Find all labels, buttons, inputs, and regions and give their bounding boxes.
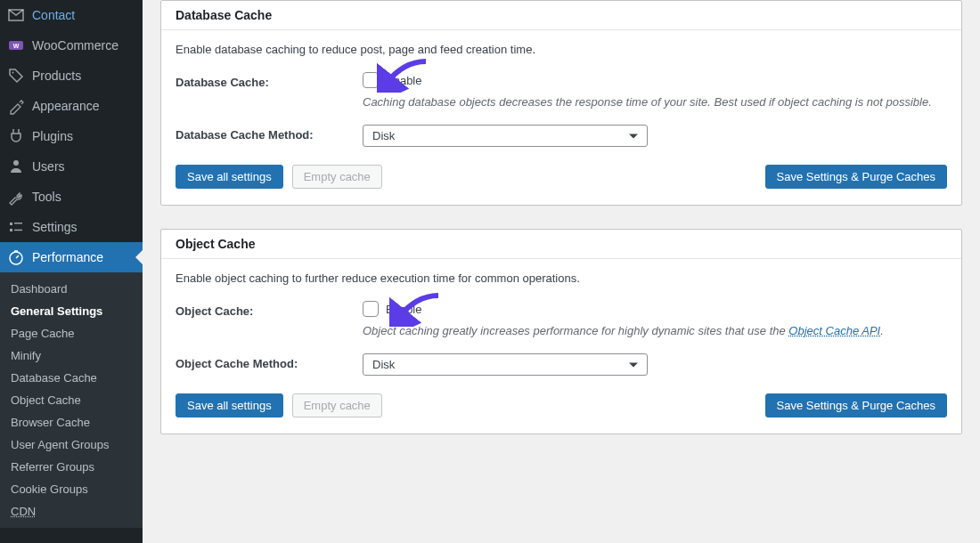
sidebar-item-label: WooCommerce [32, 38, 118, 53]
sidebar-item-label: Settings [32, 220, 78, 234]
empty-cache-button[interactable]: Empty cache [292, 165, 382, 189]
sidebar-sub-item-general-settings[interactable]: General Settings [0, 300, 143, 322]
products-icon [7, 67, 25, 85]
sidebar-sub-item-browser-cache[interactable]: Browser Cache [0, 411, 143, 434]
admin-sidebar: ContactWWooCommerceProductsAppearancePlu… [0, 0, 143, 543]
users-icon [7, 158, 25, 175]
button-row: Save all settingsEmpty cacheSave Setting… [176, 393, 947, 417]
woocommerce-icon: W [7, 36, 25, 54]
section-title: Object Cache [161, 230, 961, 259]
form-row-method: Database Cache Method:Disk [176, 125, 947, 147]
section-body: Enable database caching to reduce post, … [161, 30, 961, 205]
sidebar-sub-item-cookie-groups[interactable]: Cookie Groups [0, 478, 143, 500]
envelope-icon [7, 6, 25, 24]
empty-cache-button[interactable]: Empty cache [292, 393, 382, 417]
svg-rect-6 [10, 229, 12, 231]
form-label: Database Cache: [176, 72, 363, 89]
enable-checkbox[interactable] [363, 72, 379, 88]
svg-point-2 [12, 72, 14, 74]
button-row: Save all settingsEmpty cacheSave Setting… [176, 165, 947, 189]
section-title: Database Cache [161, 1, 961, 30]
sidebar-item-appearance[interactable]: Appearance [0, 91, 143, 121]
sidebar-item-contact[interactable]: Contact [0, 0, 143, 30]
form-row-enable: Object Cache:EnableObject caching greatl… [176, 301, 947, 337]
svg-rect-5 [14, 223, 22, 224]
form-label: Object Cache Method: [176, 353, 363, 370]
svg-rect-4 [10, 223, 12, 225]
settings-section-database-cache: Database CacheEnable database caching to… [160, 0, 962, 206]
settings-icon [7, 218, 25, 236]
cache-method-select[interactable]: Disk [363, 125, 648, 147]
section-body: Enable object caching to further reduce … [161, 259, 961, 434]
sidebar-item-plugins[interactable]: Plugins [0, 121, 143, 151]
sidebar-item-label: Tools [32, 190, 61, 204]
sidebar-sub-item-page-cache[interactable]: Page Cache [0, 322, 143, 344]
form-row-method: Object Cache Method:Disk [176, 353, 947, 376]
sidebar-sub-item-database-cache[interactable]: Database Cache [0, 367, 143, 389]
sidebar-sub-item-object-cache[interactable]: Object Cache [0, 389, 143, 411]
sidebar-item-label: Performance [32, 250, 103, 264]
plugins-icon [7, 127, 25, 145]
appearance-icon [7, 97, 25, 115]
save-all-settings-button[interactable]: Save all settings [176, 165, 283, 189]
field-description: Object caching greatly increases perform… [363, 324, 947, 337]
sidebar-item-tools[interactable]: Tools [0, 182, 143, 212]
sidebar-item-label: Appearance [32, 99, 100, 113]
enable-label: Enable [386, 303, 421, 316]
form-field: EnableCaching database objects decreases… [363, 72, 947, 109]
field-description: Caching database objects decreases the r… [363, 95, 947, 109]
svg-rect-7 [14, 230, 22, 231]
sidebar-item-label: Plugins [32, 129, 73, 143]
section-description: Enable object caching to further reduce … [176, 272, 947, 285]
sidebar-item-products[interactable]: Products [0, 61, 143, 91]
save-purge-button[interactable]: Save Settings & Purge Caches [765, 165, 948, 189]
form-field: EnableObject caching greatly increases p… [363, 301, 947, 337]
sidebar-sub-item-dashboard[interactable]: Dashboard [0, 278, 143, 300]
form-label: Object Cache: [176, 301, 363, 318]
sidebar-item-performance[interactable]: Performance [0, 242, 143, 272]
form-label: Database Cache Method: [176, 125, 363, 142]
sidebar-item-label: Users [32, 159, 65, 174]
sidebar-sub-item-referrer-groups[interactable]: Referrer Groups [0, 456, 143, 478]
sidebar-item-label: Products [32, 69, 81, 83]
tools-icon [7, 188, 25, 206]
svg-text:W: W [13, 43, 20, 49]
cache-method-select[interactable]: Disk [363, 353, 648, 376]
sidebar-item-users[interactable]: Users [0, 151, 143, 182]
sidebar-sub-item-cdn[interactable]: CDN [0, 500, 143, 523]
main-content: Database CacheEnable database caching to… [143, 0, 980, 543]
enable-checkbox[interactable] [363, 301, 379, 317]
form-row-enable: Database Cache:EnableCaching database ob… [176, 72, 947, 109]
sidebar-submenu: DashboardGeneral SettingsPage CacheMinif… [0, 272, 143, 528]
performance-icon [7, 248, 25, 266]
sidebar-item-woocommerce[interactable]: WWooCommerce [0, 30, 143, 61]
sidebar-sub-item-minify[interactable]: Minify [0, 344, 143, 367]
svg-point-3 [13, 160, 19, 166]
save-purge-button[interactable]: Save Settings & Purge Caches [765, 393, 948, 417]
enable-label: Enable [386, 74, 421, 87]
sidebar-item-settings[interactable]: Settings [0, 212, 143, 242]
settings-section-object-cache: Object CacheEnable object caching to fur… [160, 229, 962, 434]
object-cache-api-link[interactable]: Object Cache API [788, 324, 880, 337]
save-all-settings-button[interactable]: Save all settings [176, 393, 283, 417]
sidebar-item-label: Contact [32, 8, 75, 22]
section-description: Enable database caching to reduce post, … [176, 43, 947, 56]
sidebar-sub-item-user-agent-groups[interactable]: User Agent Groups [0, 434, 143, 456]
